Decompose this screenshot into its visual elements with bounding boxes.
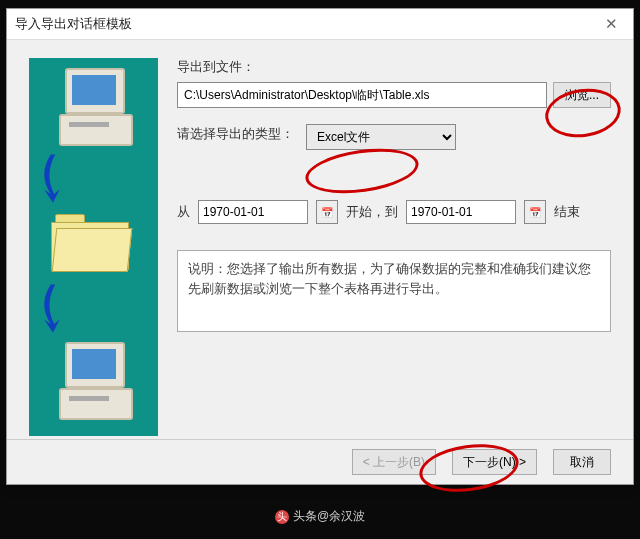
- export-path-input[interactable]: [177, 82, 547, 108]
- calendar-icon[interactable]: 📅: [316, 200, 338, 224]
- folder-icon: [51, 206, 129, 278]
- close-icon: ✕: [605, 15, 618, 33]
- end-label: 结束: [554, 203, 580, 221]
- to-date-input[interactable]: [406, 200, 516, 224]
- computer-icon: [51, 336, 141, 426]
- range-mid-label: 开始，到: [346, 203, 398, 221]
- main-panel: 导出到文件： 浏览... 请选择导出的类型： Excel文件 从 📅 开始，到 …: [177, 58, 611, 332]
- dialog-footer: < 上一步(B) 下一步(N) > 取消: [7, 439, 633, 484]
- dialog-body: 导出到文件： 浏览... 请选择导出的类型： Excel文件 从 📅 开始，到 …: [7, 40, 633, 440]
- back-button: < 上一步(B): [352, 449, 436, 475]
- date-range-row: 从 📅 开始，到 📅 结束: [177, 200, 611, 224]
- wizard-sidebar: [29, 58, 158, 436]
- export-dialog: 导入导出对话框模板 ✕ 导出到文件：: [6, 8, 634, 485]
- export-type-label: 请选择导出的类型：: [177, 125, 294, 143]
- export-type-select[interactable]: Excel文件: [306, 124, 456, 150]
- browse-button[interactable]: 浏览...: [553, 82, 611, 108]
- calendar-icon[interactable]: 📅: [524, 200, 546, 224]
- arrow-down-icon: [31, 280, 86, 335]
- export-path-label: 导出到文件：: [177, 58, 255, 76]
- from-date-input[interactable]: [198, 200, 308, 224]
- from-label: 从: [177, 203, 190, 221]
- arrow-down-icon: [31, 150, 86, 205]
- watermark: 头头条@余汉波: [0, 508, 640, 525]
- next-button[interactable]: 下一步(N) >: [452, 449, 537, 475]
- computer-icon: [51, 62, 141, 152]
- cancel-button[interactable]: 取消: [553, 449, 611, 475]
- watermark-icon: 头: [275, 510, 289, 524]
- titlebar: 导入导出对话框模板 ✕: [7, 9, 633, 40]
- dialog-title: 导入导出对话框模板: [15, 15, 132, 33]
- description-text: 说明：您选择了输出所有数据，为了确保数据的完整和准确我们建议您先刷新数据或浏览一…: [177, 250, 611, 332]
- close-button[interactable]: ✕: [597, 13, 625, 35]
